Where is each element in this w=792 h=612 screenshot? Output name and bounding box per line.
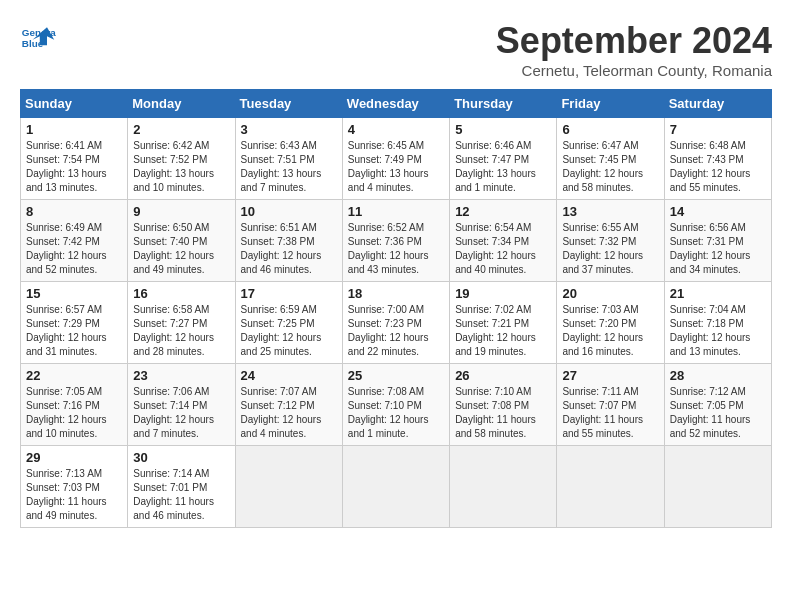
calendar-cell: 20Sunrise: 7:03 AM Sunset: 7:20 PM Dayli… xyxy=(557,282,664,364)
day-number: 5 xyxy=(455,122,551,137)
day-number: 16 xyxy=(133,286,229,301)
day-number: 30 xyxy=(133,450,229,465)
day-info: Sunrise: 7:04 AM Sunset: 7:18 PM Dayligh… xyxy=(670,303,766,359)
day-info: Sunrise: 6:42 AM Sunset: 7:52 PM Dayligh… xyxy=(133,139,229,195)
day-info: Sunrise: 7:14 AM Sunset: 7:01 PM Dayligh… xyxy=(133,467,229,523)
calendar-cell xyxy=(450,446,557,528)
weekday-header: Thursday xyxy=(450,90,557,118)
day-info: Sunrise: 6:59 AM Sunset: 7:25 PM Dayligh… xyxy=(241,303,337,359)
calendar-cell: 9Sunrise: 6:50 AM Sunset: 7:40 PM Daylig… xyxy=(128,200,235,282)
calendar-week-row: 1Sunrise: 6:41 AM Sunset: 7:54 PM Daylig… xyxy=(21,118,772,200)
day-number: 17 xyxy=(241,286,337,301)
day-info: Sunrise: 7:07 AM Sunset: 7:12 PM Dayligh… xyxy=(241,385,337,441)
day-info: Sunrise: 6:56 AM Sunset: 7:31 PM Dayligh… xyxy=(670,221,766,277)
calendar-week-row: 22Sunrise: 7:05 AM Sunset: 7:16 PM Dayli… xyxy=(21,364,772,446)
weekday-header: Monday xyxy=(128,90,235,118)
day-number: 10 xyxy=(241,204,337,219)
day-info: Sunrise: 6:49 AM Sunset: 7:42 PM Dayligh… xyxy=(26,221,122,277)
day-number: 15 xyxy=(26,286,122,301)
day-number: 20 xyxy=(562,286,658,301)
title-block: September 2024 Cernetu, Teleorman County… xyxy=(496,20,772,79)
day-info: Sunrise: 6:50 AM Sunset: 7:40 PM Dayligh… xyxy=(133,221,229,277)
calendar-cell: 27Sunrise: 7:11 AM Sunset: 7:07 PM Dayli… xyxy=(557,364,664,446)
day-info: Sunrise: 7:12 AM Sunset: 7:05 PM Dayligh… xyxy=(670,385,766,441)
calendar-cell: 11Sunrise: 6:52 AM Sunset: 7:36 PM Dayli… xyxy=(342,200,449,282)
calendar-cell: 7Sunrise: 6:48 AM Sunset: 7:43 PM Daylig… xyxy=(664,118,771,200)
day-number: 2 xyxy=(133,122,229,137)
day-info: Sunrise: 6:55 AM Sunset: 7:32 PM Dayligh… xyxy=(562,221,658,277)
calendar-cell: 10Sunrise: 6:51 AM Sunset: 7:38 PM Dayli… xyxy=(235,200,342,282)
page-header: General Blue September 2024 Cernetu, Tel… xyxy=(20,20,772,79)
calendar-cell: 4Sunrise: 6:45 AM Sunset: 7:49 PM Daylig… xyxy=(342,118,449,200)
calendar-cell: 14Sunrise: 6:56 AM Sunset: 7:31 PM Dayli… xyxy=(664,200,771,282)
day-info: Sunrise: 7:08 AM Sunset: 7:10 PM Dayligh… xyxy=(348,385,444,441)
calendar-cell: 23Sunrise: 7:06 AM Sunset: 7:14 PM Dayli… xyxy=(128,364,235,446)
calendar-week-row: 15Sunrise: 6:57 AM Sunset: 7:29 PM Dayli… xyxy=(21,282,772,364)
day-number: 22 xyxy=(26,368,122,383)
calendar-cell: 1Sunrise: 6:41 AM Sunset: 7:54 PM Daylig… xyxy=(21,118,128,200)
day-info: Sunrise: 6:48 AM Sunset: 7:43 PM Dayligh… xyxy=(670,139,766,195)
day-info: Sunrise: 7:10 AM Sunset: 7:08 PM Dayligh… xyxy=(455,385,551,441)
calendar-cell: 30Sunrise: 7:14 AM Sunset: 7:01 PM Dayli… xyxy=(128,446,235,528)
day-info: Sunrise: 6:46 AM Sunset: 7:47 PM Dayligh… xyxy=(455,139,551,195)
calendar-cell xyxy=(664,446,771,528)
day-info: Sunrise: 6:45 AM Sunset: 7:49 PM Dayligh… xyxy=(348,139,444,195)
calendar-cell: 17Sunrise: 6:59 AM Sunset: 7:25 PM Dayli… xyxy=(235,282,342,364)
day-info: Sunrise: 6:41 AM Sunset: 7:54 PM Dayligh… xyxy=(26,139,122,195)
day-number: 3 xyxy=(241,122,337,137)
day-info: Sunrise: 7:00 AM Sunset: 7:23 PM Dayligh… xyxy=(348,303,444,359)
calendar-cell: 24Sunrise: 7:07 AM Sunset: 7:12 PM Dayli… xyxy=(235,364,342,446)
day-number: 27 xyxy=(562,368,658,383)
weekday-header: Friday xyxy=(557,90,664,118)
day-number: 25 xyxy=(348,368,444,383)
day-number: 26 xyxy=(455,368,551,383)
day-number: 11 xyxy=(348,204,444,219)
day-info: Sunrise: 6:57 AM Sunset: 7:29 PM Dayligh… xyxy=(26,303,122,359)
day-number: 21 xyxy=(670,286,766,301)
calendar-cell: 21Sunrise: 7:04 AM Sunset: 7:18 PM Dayli… xyxy=(664,282,771,364)
calendar-cell xyxy=(235,446,342,528)
day-number: 13 xyxy=(562,204,658,219)
day-number: 18 xyxy=(348,286,444,301)
day-info: Sunrise: 7:02 AM Sunset: 7:21 PM Dayligh… xyxy=(455,303,551,359)
location: Cernetu, Teleorman County, Romania xyxy=(496,62,772,79)
day-number: 19 xyxy=(455,286,551,301)
day-info: Sunrise: 6:52 AM Sunset: 7:36 PM Dayligh… xyxy=(348,221,444,277)
weekday-header: Wednesday xyxy=(342,90,449,118)
day-info: Sunrise: 6:47 AM Sunset: 7:45 PM Dayligh… xyxy=(562,139,658,195)
calendar-cell: 19Sunrise: 7:02 AM Sunset: 7:21 PM Dayli… xyxy=(450,282,557,364)
day-info: Sunrise: 6:51 AM Sunset: 7:38 PM Dayligh… xyxy=(241,221,337,277)
month-title: September 2024 xyxy=(496,20,772,62)
weekday-header: Saturday xyxy=(664,90,771,118)
calendar-cell: 12Sunrise: 6:54 AM Sunset: 7:34 PM Dayli… xyxy=(450,200,557,282)
day-info: Sunrise: 6:43 AM Sunset: 7:51 PM Dayligh… xyxy=(241,139,337,195)
calendar-cell: 16Sunrise: 6:58 AM Sunset: 7:27 PM Dayli… xyxy=(128,282,235,364)
day-number: 14 xyxy=(670,204,766,219)
calendar-week-row: 29Sunrise: 7:13 AM Sunset: 7:03 PM Dayli… xyxy=(21,446,772,528)
day-info: Sunrise: 7:03 AM Sunset: 7:20 PM Dayligh… xyxy=(562,303,658,359)
day-info: Sunrise: 7:05 AM Sunset: 7:16 PM Dayligh… xyxy=(26,385,122,441)
calendar-week-row: 8Sunrise: 6:49 AM Sunset: 7:42 PM Daylig… xyxy=(21,200,772,282)
day-info: Sunrise: 6:58 AM Sunset: 7:27 PM Dayligh… xyxy=(133,303,229,359)
logo: General Blue xyxy=(20,20,56,56)
calendar-cell: 5Sunrise: 6:46 AM Sunset: 7:47 PM Daylig… xyxy=(450,118,557,200)
day-info: Sunrise: 7:11 AM Sunset: 7:07 PM Dayligh… xyxy=(562,385,658,441)
calendar-cell xyxy=(342,446,449,528)
calendar-cell: 18Sunrise: 7:00 AM Sunset: 7:23 PM Dayli… xyxy=(342,282,449,364)
day-info: Sunrise: 7:13 AM Sunset: 7:03 PM Dayligh… xyxy=(26,467,122,523)
calendar-cell: 3Sunrise: 6:43 AM Sunset: 7:51 PM Daylig… xyxy=(235,118,342,200)
calendar-cell: 29Sunrise: 7:13 AM Sunset: 7:03 PM Dayli… xyxy=(21,446,128,528)
calendar-cell xyxy=(557,446,664,528)
logo-icon: General Blue xyxy=(20,20,56,56)
calendar-cell: 6Sunrise: 6:47 AM Sunset: 7:45 PM Daylig… xyxy=(557,118,664,200)
calendar-cell: 26Sunrise: 7:10 AM Sunset: 7:08 PM Dayli… xyxy=(450,364,557,446)
day-number: 4 xyxy=(348,122,444,137)
calendar-cell: 2Sunrise: 6:42 AM Sunset: 7:52 PM Daylig… xyxy=(128,118,235,200)
calendar-cell: 25Sunrise: 7:08 AM Sunset: 7:10 PM Dayli… xyxy=(342,364,449,446)
day-number: 6 xyxy=(562,122,658,137)
weekday-header: Tuesday xyxy=(235,90,342,118)
day-number: 7 xyxy=(670,122,766,137)
day-number: 29 xyxy=(26,450,122,465)
day-info: Sunrise: 6:54 AM Sunset: 7:34 PM Dayligh… xyxy=(455,221,551,277)
day-number: 1 xyxy=(26,122,122,137)
